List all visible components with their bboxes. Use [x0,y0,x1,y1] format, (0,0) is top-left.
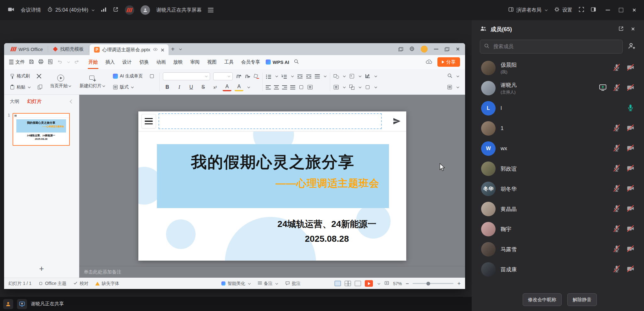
chevron-down-icon[interactable] [457,75,459,77]
menu-tab-8[interactable]: 工具 [220,55,237,69]
mic-muted-icon[interactable] [613,144,621,153]
settings-button[interactable]: 设置 [554,7,572,14]
window-maximize-button[interactable] [619,8,623,12]
slide[interactable]: 我的假期心灵之旅分享 ——心理调适主题班会 24城轨运营、24新能源一 2025… [138,111,406,261]
meeting-timer[interactable]: 25:04 (40分钟) [47,7,95,14]
open-external-icon[interactable] [113,7,119,14]
paste-button[interactable]: 粘贴 [8,84,32,91]
increase-indent-icon[interactable] [306,73,312,79]
zoom-percentage[interactable]: 57% [393,281,402,286]
layout-selector[interactable]: 演讲者布局 [508,7,548,14]
network-signal-icon[interactable] [101,7,107,13]
camera-off-icon[interactable] [626,164,635,173]
tab-list-chevron[interactable] [177,43,183,55]
highlight-button[interactable]: A [235,83,243,91]
user-avatar[interactable] [421,46,428,53]
strikethrough-button[interactable]: S [199,83,208,91]
menu-tab-5[interactable]: 放映 [169,55,186,69]
superscript-button[interactable]: x² [211,83,219,91]
copy-button[interactable] [36,84,44,91]
slide-sorter-view-button[interactable] [345,281,351,286]
member-row[interactable]: 郭政谊 [472,159,644,179]
mic-muted-icon[interactable] [613,124,621,133]
comments-button[interactable]: 批注 [285,281,301,286]
member-row[interactable]: 伋晨阳 (我) [472,58,644,78]
member-row[interactable]: 谢晓凡 (主持人) [472,78,644,98]
add-slide-button[interactable]: + [39,264,44,273]
camera-off-icon[interactable] [626,124,635,133]
close-panel-icon[interactable] [631,27,636,32]
zoom-in-button[interactable]: + [457,281,461,286]
chevron-down-icon[interactable] [324,75,326,77]
mic-on-icon[interactable] [626,104,635,113]
meeting-app-taskbar-icon[interactable] [3,299,13,309]
zoom-slider[interactable] [413,283,453,284]
tab-wps-home[interactable]: WPS Office [7,43,47,55]
menu-tab-7[interactable]: 视图 [203,55,220,69]
camera-off-icon[interactable] [626,224,635,234]
sharing-menu-icon[interactable] [208,8,214,12]
globe-icon[interactable] [409,46,414,52]
chevron-down-icon[interactable] [359,75,361,77]
decrease-font-icon[interactable] [245,73,250,79]
align-justify-icon[interactable] [290,85,295,89]
menu-tab-4[interactable]: 动画 [153,55,169,69]
member-search-box[interactable] [480,40,623,54]
mic-muted-icon[interactable] [613,224,621,234]
slideshow-play-button[interactable] [365,280,373,287]
theme-indicator[interactable]: Office 主题 [38,281,66,286]
mic-muted-icon[interactable] [613,245,621,254]
mic-muted-icon[interactable] [613,204,621,214]
screen-share-taskbar-icon[interactable] [17,299,27,309]
cloud-sync-icon[interactable] [425,59,432,65]
member-row[interactable]: 马露雪 [472,239,644,259]
menu-tab-2[interactable]: 设计 [119,55,136,69]
template-button[interactable] [147,73,156,80]
add-member-icon[interactable] [628,42,636,51]
tab-outline[interactable]: 大纲 [10,99,19,105]
insert-shape-icon[interactable] [333,73,339,79]
print-preview-icon[interactable] [47,59,53,65]
increase-font-icon[interactable] [236,73,242,79]
slide-header-row[interactable] [138,111,406,132]
chevron-down-icon[interactable] [343,75,346,77]
slide-title[interactable]: 我的假期心灵之旅分享 [157,152,389,173]
slide-subtitle[interactable]: ——心理调适主题班会 [276,177,389,190]
mic-muted-icon[interactable] [613,63,621,73]
play-from-current-button[interactable]: 当页开始 [47,74,74,89]
chevron-down-icon[interactable] [275,75,278,77]
find-icon[interactable] [447,73,452,79]
numbered-list-icon[interactable] [281,73,287,79]
chevron-down-icon[interactable] [359,86,361,88]
slide-byline[interactable]: 24城轨运营、24新能源一 2025.08.28 [239,217,406,246]
window-close-button[interactable] [632,8,636,12]
member-row[interactable]: L l [472,98,644,118]
member-row[interactable]: 鞠宇 [472,219,644,239]
slide-layout-button[interactable]: 版式 [111,84,136,91]
menu-tab-1[interactable]: 插入 [102,55,119,69]
format-painter-button[interactable]: 格式刷 [8,73,31,80]
align-left-icon[interactable] [266,85,271,89]
camera-off-icon[interactable] [626,265,635,274]
file-menu-button[interactable]: 文件 [9,59,25,65]
fullscreen-icon[interactable] [579,7,584,14]
text-tools-chevron-icon[interactable] [247,86,250,88]
popout-panel-icon[interactable] [618,26,624,33]
smart-beautify-button[interactable]: 智能美化 [221,281,251,286]
search-icon[interactable] [294,59,299,65]
wps-ai-button[interactable]: WPS AI [266,59,289,65]
mic-muted-icon[interactable] [613,164,621,173]
align-center-icon[interactable] [274,85,279,89]
font-color-button[interactable]: A [223,83,231,91]
member-row[interactable]: 1 [472,118,644,139]
mic-muted-icon[interactable] [613,184,621,194]
new-slide-button[interactable]: 新建幻灯片 [77,74,108,89]
camera-off-icon[interactable] [626,144,635,153]
redo-icon[interactable] [74,59,80,65]
tab-slides[interactable]: 幻灯片 [27,99,42,105]
chevron-down-icon[interactable] [375,75,377,77]
menu-tab-6[interactable]: 审阅 [186,55,203,69]
member-row[interactable]: W wx [472,139,644,159]
font-name-select[interactable] [163,72,210,80]
chevron-down-icon[interactable] [375,86,377,88]
